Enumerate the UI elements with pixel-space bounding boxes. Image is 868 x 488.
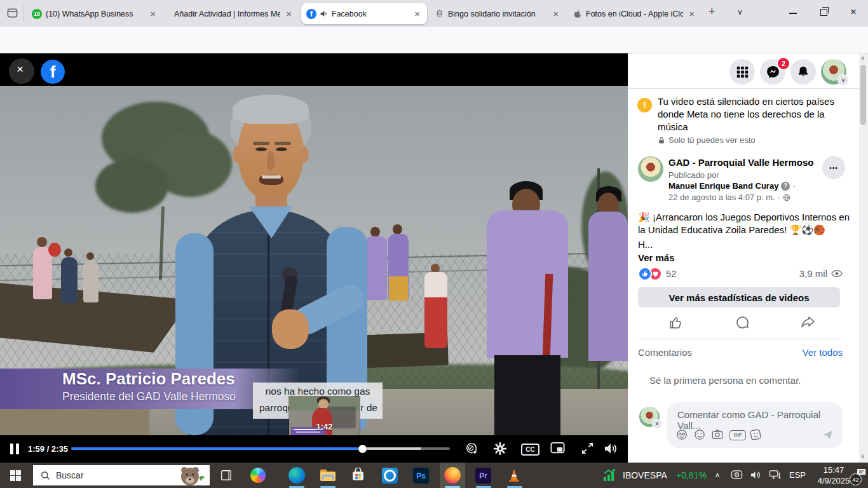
page-name[interactable]: GAD - Parroquial Valle Hermoso — [668, 157, 813, 168]
globe-icon — [783, 194, 790, 201]
author-row[interactable]: Manuel Enrique Band Curay ? · — [668, 181, 796, 191]
close-tab-icon[interactable]: × — [412, 8, 422, 19]
close-tab-icon[interactable]: × — [284, 8, 294, 19]
list-tabs-icon[interactable]: ∨ — [737, 8, 743, 17]
volume-icon[interactable] — [604, 442, 618, 458]
tab-audio-icon[interactable] — [320, 10, 328, 18]
no-comments-text: Sé la primera persona en comentar. — [649, 375, 801, 386]
stocks-widget-icon[interactable] — [602, 468, 618, 485]
tab-title: Facebook — [332, 10, 409, 18]
pause-icon[interactable] — [16, 444, 19, 454]
seek-bar[interactable] — [71, 447, 450, 451]
notifications-button[interactable] — [790, 59, 816, 85]
notification-count-badge: 42 — [850, 473, 862, 485]
new-tab-button[interactable]: + — [709, 5, 715, 18]
profile-avatar[interactable]: ∨ — [821, 59, 846, 85]
scroll-down-icon[interactable]: ∨ — [860, 452, 865, 459]
picture-in-picture-icon[interactable] — [550, 442, 565, 457]
send-comment-icon[interactable] — [822, 429, 834, 444]
comments-disabled-icon[interactable] — [464, 442, 478, 458]
settings-gear-icon[interactable] — [493, 442, 507, 458]
video-stats-button[interactable]: Ver más estadísticas de videos — [638, 287, 840, 308]
avatar-sticker-icon[interactable] — [676, 429, 688, 443]
scrollbar-thumb[interactable] — [860, 65, 866, 125]
start-button[interactable] — [10, 470, 21, 481]
apps-menu-button[interactable] — [729, 59, 755, 85]
post-more-button[interactable]: ••• — [822, 156, 845, 179]
page-scrollbar[interactable]: ∧ ∨ — [859, 53, 868, 463]
photoshop-icon[interactable]: Ps — [413, 468, 429, 484]
scroll-up-icon[interactable]: ∧ — [860, 55, 865, 62]
premiere-icon[interactable]: Pr — [475, 468, 491, 484]
file-explorer-icon[interactable] — [320, 469, 336, 484]
see-all-comments-link[interactable]: Ver todos — [803, 347, 843, 358]
edge-icon[interactable] — [288, 467, 305, 484]
gif-icon[interactable]: GIF — [729, 430, 746, 440]
task-view-button[interactable] — [220, 469, 233, 484]
tab-icloud[interactable]: Fotos en iCloud - Apple iClou × — [568, 3, 702, 24]
microsoft-store-icon[interactable] — [351, 468, 365, 485]
firefox-active-slot[interactable] — [440, 463, 465, 488]
clock[interactable]: 15:47 4/9/2025 — [812, 464, 855, 486]
stock-ticker-change[interactable]: +0,81% — [676, 470, 707, 480]
facebook-logo[interactable]: f — [41, 60, 65, 84]
vlc-icon[interactable] — [506, 468, 522, 485]
reactions-count[interactable]: 52 — [666, 268, 677, 279]
network-icon[interactable] — [769, 470, 781, 483]
webcam-icon[interactable] — [731, 470, 743, 483]
closed-captions-icon[interactable]: CC — [521, 444, 539, 456]
volume-tray-icon[interactable] — [750, 470, 762, 483]
comment-composer[interactable]: Comentar como GAD - Parroquial Vall... G… — [667, 402, 843, 448]
composer-placeholder[interactable]: Comentar como GAD - Parroquial Vall... — [677, 409, 843, 431]
tab-facebook-active[interactable]: f Facebook × — [301, 3, 427, 24]
whatsapp-badge-icon: 10 — [32, 9, 42, 19]
close-tab-icon[interactable]: × — [148, 8, 158, 19]
window-restore-button[interactable] — [820, 9, 827, 16]
share-button[interactable] — [801, 315, 816, 333]
like-button[interactable] — [668, 315, 684, 333]
taskbar-search-box[interactable]: Buscar — [33, 465, 210, 485]
comment-button[interactable] — [735, 315, 750, 333]
muted-video-warning: Tu video está silenciado en ciertos país… — [658, 95, 843, 133]
language-indicator[interactable]: ESP — [789, 470, 806, 480]
copilot-icon[interactable] — [250, 468, 266, 483]
outlook-icon[interactable] — [382, 468, 398, 484]
seek-played — [71, 447, 362, 450]
post-date[interactable]: 22 de agosto a las 4:07 p. m. · — [668, 193, 790, 202]
seek-handle[interactable] — [358, 445, 367, 453]
divider — [23, 5, 24, 22]
close-tab-icon[interactable]: × — [551, 8, 560, 19]
see-more-link[interactable]: Ver más — [638, 252, 675, 263]
close-tab-icon[interactable]: × — [687, 8, 696, 19]
tab-whatsapp[interactable]: 10 (10) WhatsApp Business × — [27, 3, 163, 24]
emoji-icon[interactable] — [694, 429, 705, 443]
speaker-brow — [275, 142, 291, 145]
seek-preview-thumbnail: 1:42 — [289, 396, 360, 435]
stock-ticker-name[interactable]: IBOVESPA — [623, 470, 667, 480]
speaker-eye — [255, 147, 267, 151]
pause-icon[interactable] — [10, 444, 13, 454]
window-close-button[interactable]: × — [850, 6, 857, 18]
speaker-eye — [276, 147, 287, 151]
firefox-view-icon[interactable] — [6, 7, 18, 22]
seek-buffered — [362, 447, 421, 450]
tab-title: Fotos en iCloud - Apple iClou — [586, 10, 683, 18]
like-reaction-icon[interactable] — [638, 267, 652, 281]
sticker-icon[interactable] — [750, 429, 761, 443]
person — [588, 212, 628, 361]
close-video-button[interactable]: × — [9, 58, 34, 84]
page-avatar[interactable] — [638, 156, 663, 182]
tab-informes[interactable]: Añadir Actividad | Informes Mens × — [165, 3, 299, 24]
window-minimize-button[interactable] — [789, 13, 797, 14]
messenger-button[interactable]: 2 — [760, 59, 785, 85]
subtitle-line2-left: parroqu — [259, 402, 293, 414]
search-placeholder: Buscar — [56, 470, 84, 480]
video-frame[interactable]: MSc. Patricio Paredes Presidente del GAD… — [0, 86, 628, 435]
fullscreen-icon[interactable] — [581, 442, 594, 458]
tray-expand-icon[interactable]: ∧ — [715, 471, 720, 479]
facebook-sidebar: 2 ∨ ! Tu video está silenciado en cierto… — [628, 53, 859, 463]
camera-icon[interactable] — [712, 429, 723, 442]
composer-avatar[interactable]: ∨ — [639, 407, 660, 427]
speaker-hair — [233, 95, 309, 124]
tab-bingo[interactable]: Bingo solidario invitación × — [430, 3, 566, 24]
